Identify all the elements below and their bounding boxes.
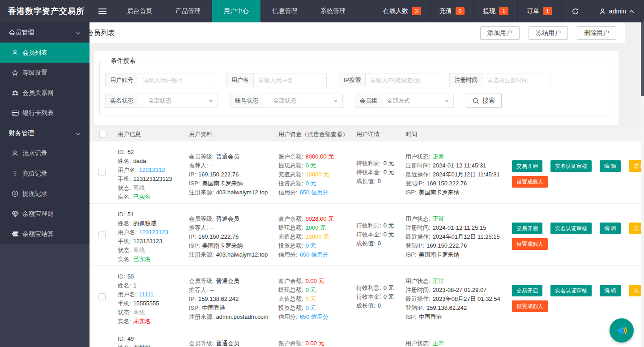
realname-status-label: 实名状态 xyxy=(105,94,138,108)
col-header-user-details: 用户详情 xyxy=(354,130,404,138)
username-link[interactable]: 123123123 xyxy=(139,229,168,236)
sidebar-group-finance[interactable]: 财务管理 xyxy=(0,123,90,143)
pending-principal: 0 元 xyxy=(384,231,394,238)
realname-audit-button[interactable]: 实名认证审核 xyxy=(550,223,592,234)
account-status-select[interactable]: -- 全部状态 -- xyxy=(263,94,343,108)
member-group-group: 会员组 全部方式 xyxy=(355,94,454,108)
withdraw-total[interactable]: 0 元 xyxy=(306,162,316,169)
sound-floating-button[interactable] xyxy=(610,318,634,343)
online-status: 离线 xyxy=(133,247,145,253)
delete-user-button[interactable]: 删除用户 xyxy=(577,26,616,40)
row-actions-cell: 交易开启 实名认证审核 编 辑 冻 结 设置成假人 xyxy=(510,141,641,203)
row-checkbox[interactable] xyxy=(98,169,106,176)
admin-menu[interactable]: admin xyxy=(589,0,644,22)
username-input[interactable] xyxy=(254,73,327,87)
row-checkbox[interactable] xyxy=(98,231,106,238)
recharge-total[interactable]: 10000 元 xyxy=(306,233,329,240)
realname-audit-button[interactable]: 实名认证审核 xyxy=(550,285,592,296)
search-button[interactable]: 搜索 xyxy=(466,94,502,108)
account-input[interactable] xyxy=(138,73,214,87)
stat-online-users[interactable]: 在线人数 3 xyxy=(374,0,430,22)
sidebar-item-withdraw-records[interactable]: 提现记录 xyxy=(0,184,90,204)
balance-amount[interactable]: 0.00 元 xyxy=(306,340,324,347)
regtime-input[interactable] xyxy=(482,73,550,87)
sidebar-item-bank-cards[interactable]: 银行卡列表 xyxy=(0,103,90,123)
refresh-button[interactable] xyxy=(561,0,589,22)
nav-products[interactable]: 产品管理 xyxy=(164,0,212,22)
realname-status-select[interactable]: -- 全部状态 -- xyxy=(138,94,218,108)
stat-recharge[interactable]: 充值 0 xyxy=(430,0,474,22)
freeze-button[interactable]: 冻 结 xyxy=(629,285,641,296)
search-icon xyxy=(473,98,479,104)
balance-amount[interactable]: 8000.00 元 xyxy=(306,153,334,160)
user-status: 正常 xyxy=(433,278,444,284)
user-id: 52 xyxy=(128,149,134,155)
member-group-select[interactable]: 全部方式 xyxy=(382,94,454,108)
search-button-label: 搜索 xyxy=(482,97,495,105)
sidebar-item-yuebao-settle[interactable]: 余额宝结算 xyxy=(0,224,90,244)
nav-dashboard[interactable]: 后台首页 xyxy=(115,0,164,22)
sidebar-item-recharge-records[interactable]: 充值记录 xyxy=(0,163,90,184)
username-link[interactable]: 11111 xyxy=(139,291,154,298)
trade-open-button[interactable]: 交易开启 xyxy=(512,223,542,234)
reg-source: admin.postadm.com xyxy=(216,313,269,320)
sidebar-item-member-list[interactable]: 会员列表 xyxy=(0,43,90,63)
user-profile-cell: 会员等级:普通会员 推荐人:-- IP:159.138.62.242 ISP:中… xyxy=(187,266,277,328)
stat-orders[interactable]: 订单 1 xyxy=(517,0,561,22)
add-user-button[interactable]: 添加用户 xyxy=(480,26,520,40)
recharge-total[interactable]: 10000 元 xyxy=(306,171,329,178)
page-header-actions: 添加用户 冻结用户 删除用户 xyxy=(480,26,616,40)
invest-total[interactable]: 0 元 xyxy=(306,304,316,311)
invest-total[interactable]: 0 元 xyxy=(306,242,316,249)
username-field-label: 用户名 xyxy=(226,73,254,87)
scrollbar-thumb[interactable] xyxy=(641,22,644,96)
search-legend: 条件搜索 xyxy=(106,57,140,65)
trade-open-button[interactable]: 交易开启 xyxy=(512,160,542,172)
nav-information[interactable]: 信息管理 xyxy=(260,0,309,22)
nav-user-center[interactable]: 用户中心 xyxy=(212,0,260,22)
member-group-label: 会员组 xyxy=(355,94,382,108)
menu-toggle-button[interactable] xyxy=(90,0,115,22)
search-row-2: 实名状态 -- 全部状态 -- 账号状态 -- 全部状态 -- 会员组 全部方式… xyxy=(105,94,613,108)
username-field-group: 用户名 xyxy=(226,73,327,87)
user-funds-cell: 账户余额:8000.00 元 提现总额:0 元 充值总额:10000 元 投资总… xyxy=(277,141,354,203)
freeze-button[interactable]: 冻 结 xyxy=(629,160,641,172)
realname-audit-button[interactable]: 实名认证审核 xyxy=(550,160,592,172)
row-checkbox[interactable] xyxy=(98,293,106,300)
balance-amount[interactable]: 9028.00 元 xyxy=(306,215,334,222)
nav-system[interactable]: 系统管理 xyxy=(309,0,357,22)
sidebar-item-transactions[interactable]: 流水记录 xyxy=(0,143,90,163)
col-header-user-info: 用户信息 xyxy=(114,130,187,138)
edit-button[interactable]: 编 辑 xyxy=(600,285,621,296)
user-details-cell: 待收利息:0 元 待收本金:0 元 成长值:0 xyxy=(354,141,404,203)
user-profile-cell: 会员等级:普通会员 推荐人:-- IP:169.150.222.76 ISP:美… xyxy=(187,204,277,266)
admin-app: 会员列表 添加用户 冻结用户 删除用户 条件搜索 用户账号 用户名 IP搜索 xyxy=(0,0,644,347)
freeze-user-button[interactable]: 冻结用户 xyxy=(529,26,568,40)
user-id: 51 xyxy=(128,211,134,218)
set-fake-button[interactable]: 设置成假人 xyxy=(512,238,548,250)
withdraw-total[interactable]: 0 元 xyxy=(306,287,316,293)
withdraw-total[interactable]: 1000 元 xyxy=(306,224,326,231)
balance-amount[interactable]: 0.00 元 xyxy=(306,278,324,284)
sidebar-group-member[interactable]: 会员管理 xyxy=(0,22,90,43)
stat-withdraw[interactable]: 提现 1 xyxy=(473,0,517,22)
select-all-checkbox[interactable] xyxy=(99,131,107,138)
recharge-total[interactable]: 0 元 xyxy=(306,296,316,302)
edit-button[interactable]: 编 辑 xyxy=(600,223,621,234)
sidebar-item-relations[interactable]: 会员关系网 xyxy=(0,83,90,103)
username-link[interactable]: 12312312 xyxy=(139,167,165,173)
online-status: 离线 xyxy=(133,184,145,191)
ip-input[interactable] xyxy=(366,73,437,87)
edit-button[interactable]: 编 辑 xyxy=(600,160,621,172)
reg-isp: 中国香港 xyxy=(202,304,226,311)
sidebar-item-level-settings[interactable]: 等级设置 xyxy=(0,63,90,83)
invest-total[interactable]: 0 元 xyxy=(306,180,316,187)
set-fake-button[interactable]: 设置成假人 xyxy=(512,300,548,312)
user-name: 黄挑挑 xyxy=(133,344,151,347)
table-header-row: 用户信息 用户资料 用户资金（点击金额查看） 用户详情 时间 xyxy=(90,127,641,141)
set-fake-button[interactable]: 设置成假人 xyxy=(512,176,548,188)
sidebar-item-yuebao-invest[interactable]: 余额宝理财 xyxy=(0,204,90,224)
chevron-up-icon xyxy=(629,10,634,13)
freeze-button[interactable]: 冻 结 xyxy=(629,223,641,234)
trade-open-button[interactable]: 交易开启 xyxy=(512,285,542,296)
